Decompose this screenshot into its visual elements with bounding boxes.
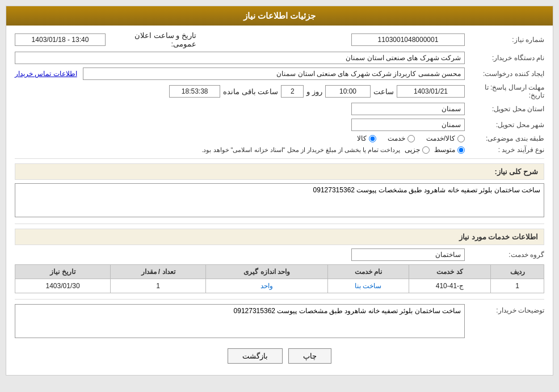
need-number-row: شماره نیاز: تاریخ و ساعت اعلان عمومی:: [15, 31, 544, 48]
buyer-desc-value-cell: [15, 304, 465, 340]
cell-row-num: 1: [491, 279, 544, 293]
purchase-type-option-motavasset[interactable]: متوسط: [434, 146, 465, 154]
col-unit: واحد اندازه گیری: [205, 265, 327, 279]
category-option-kala-khedmat[interactable]: کالا/خدمت: [426, 134, 465, 142]
purchase-type-note: پرداخت تمام یا بخشی از مبلغ خریدار از مح…: [201, 146, 400, 154]
category-radio-khedmat[interactable]: [407, 135, 415, 142]
city-label: شهر محل تحویل:: [465, 121, 544, 129]
page-header: جزئیات اطلاعات نیاز: [6, 6, 553, 26]
category-option-khedmat[interactable]: خدمت: [388, 134, 415, 142]
buyer-org-label: نام دستگاه خریدار:: [465, 54, 544, 62]
send-date-value-cell: ساعت روز و ساعت باقی مانده: [15, 85, 465, 98]
table-body: 1 ج-41-410 ساخت بنا واحد 1 1403/01/30: [15, 279, 544, 293]
province-input[interactable]: [351, 103, 465, 115]
purchase-type-label: نوع فرآیند خرید :: [465, 146, 544, 154]
category-label-khedmat: خدمت: [388, 134, 405, 142]
province-label: استان محل تحویل:: [465, 105, 544, 113]
send-days-input[interactable]: [281, 85, 304, 98]
main-container: جزئیات اطلاعات نیاز شماره نیاز: تاریخ و …: [6, 6, 553, 376]
buyer-org-value-cell: [15, 52, 465, 64]
category-label-kala-khedmat: کالا/خدمت: [426, 134, 455, 142]
col-service-code: کد خدمت: [409, 265, 491, 279]
province-value-cell: [15, 103, 465, 115]
announce-value-cell: [15, 33, 106, 46]
purchase-type-radio-jozyi[interactable]: [422, 146, 430, 154]
category-row: طبقه بندی موضوعی: کالا/خدمت خدمت: [15, 134, 544, 142]
need-desc-container: [15, 183, 544, 219]
back-button[interactable]: بازگشت: [228, 348, 283, 364]
send-date-input[interactable]: [397, 85, 465, 98]
purchase-type-radio-motavasset[interactable]: [457, 146, 465, 154]
buyer-org-input[interactable]: [15, 52, 465, 64]
divider-3: [15, 299, 544, 300]
purchase-type-row: نوع فرآیند خرید : متوسط جزیی پرداخت تمام…: [15, 146, 544, 154]
send-time-input[interactable]: [325, 85, 371, 98]
contact-link[interactable]: اطلاعات تماس خریدار: [15, 70, 77, 78]
divider-2: [15, 224, 544, 224]
category-value-cell: کالا/خدمت خدمت کالا: [15, 134, 465, 142]
purchase-type-label-motavasset: متوسط: [434, 146, 455, 154]
city-value-cell: [15, 119, 465, 131]
announce-input[interactable]: [15, 33, 106, 46]
purchase-type-value-cell: متوسط جزیی پرداخت تمام یا بخشی از مبلغ خ…: [15, 146, 465, 154]
service-group-label: گروه خدمت:: [465, 251, 544, 259]
button-row: چاپ بازگشت: [15, 348, 544, 364]
cell-unit: واحد: [205, 279, 327, 293]
purchase-type-label-jozyi: جزیی: [405, 146, 420, 154]
category-radio-kala[interactable]: [369, 135, 376, 142]
buyer-desc-textarea[interactable]: [15, 304, 465, 338]
cell-service-name: ساخت بنا: [328, 279, 409, 293]
col-quantity: تعداد / مقدار: [111, 265, 206, 279]
buyer-org-row: نام دستگاه خریدار:: [15, 52, 544, 64]
province-row: استان محل تحویل:: [15, 103, 544, 115]
send-remaining-input[interactable]: [169, 85, 220, 98]
content-area: شماره نیاز: تاریخ و ساعت اعلان عمومی: نا…: [6, 26, 553, 375]
cell-quantity: 1: [111, 279, 206, 293]
cell-service-code: ج-41-410: [409, 279, 491, 293]
services-table: ردیف کد خدمت نام خدمت واحد اندازه گیری ت…: [15, 264, 544, 293]
city-row: شهر محل تحویل:: [15, 119, 544, 131]
need-number-label: شماره نیاز:: [465, 36, 544, 44]
print-button[interactable]: چاپ: [288, 348, 331, 364]
table-header-row: ردیف کد خدمت نام خدمت واحد اندازه گیری ت…: [15, 265, 544, 279]
service-group-value-cell: [15, 248, 465, 261]
send-date-row: مهلت ارسال پاسخ: تا تاریخ: ساعت روز و سا…: [15, 83, 544, 99]
send-days-label: روز و: [306, 87, 322, 96]
send-time-label: ساعت: [373, 87, 394, 96]
send-date-label: مهلت ارسال پاسخ: تا تاریخ:: [465, 83, 544, 99]
services-section-title: اطلاعات خدمات مورد نیاز: [15, 229, 544, 245]
creator-label: ایجاد کننده درخواست:: [465, 70, 544, 78]
table-row: 1 ج-41-410 ساخت بنا واحد 1 1403/01/30: [15, 279, 544, 293]
cell-date: 1403/01/30: [15, 279, 111, 293]
category-option-kala[interactable]: کالا: [357, 134, 376, 142]
creator-row: ایجاد کننده درخواست: اطلاعات تماس خریدار: [15, 68, 544, 80]
page-wrapper: جزئیات اطلاعات نیاز شماره نیاز: تاریخ و …: [0, 0, 559, 381]
category-label: طبقه بندی موضوعی:: [465, 134, 544, 142]
service-group-row: گروه خدمت:: [15, 248, 544, 261]
page-title: جزئیات اطلاعات نیاز: [243, 11, 316, 20]
need-desc-textarea[interactable]: [15, 183, 544, 217]
category-label-kala: کالا: [357, 134, 367, 142]
col-row-num: ردیف: [491, 265, 544, 279]
send-remaining-label: ساعت باقی مانده: [223, 87, 278, 96]
divider-1: [15, 158, 544, 159]
need-number-input[interactable]: [351, 33, 465, 46]
creator-value-cell: اطلاعات تماس خریدار: [15, 68, 465, 80]
buyer-desc-row: توضیحات خریدار:: [15, 304, 544, 340]
col-service-name: نام خدمت: [328, 265, 409, 279]
announce-label: تاریخ و ساعت اعلان عمومی:: [106, 31, 196, 48]
purchase-type-option-jozyi[interactable]: جزیی: [405, 146, 430, 154]
table-header: ردیف کد خدمت نام خدمت واحد اندازه گیری ت…: [15, 265, 544, 279]
need-desc-section-title: شرح کلی نیاز:: [15, 163, 544, 180]
buyer-desc-label: توضیحات خریدار:: [465, 304, 544, 314]
creator-input[interactable]: [83, 68, 465, 80]
city-input[interactable]: [351, 119, 465, 131]
col-date: تاریخ نیاز: [15, 265, 111, 279]
category-radio-kala-khedmat[interactable]: [457, 135, 465, 142]
need-number-value-cell: [196, 33, 465, 46]
service-group-input[interactable]: [351, 248, 465, 261]
